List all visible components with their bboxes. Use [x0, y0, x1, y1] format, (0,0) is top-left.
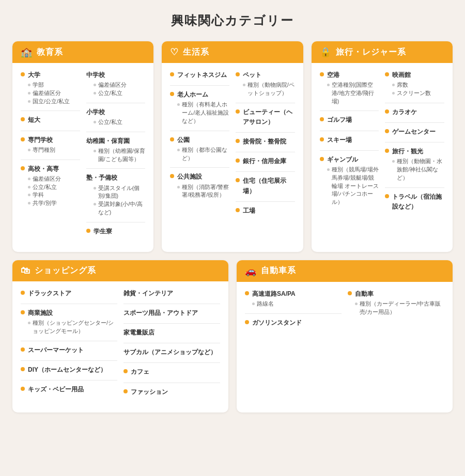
item-group: スキー場 — [320, 135, 379, 145]
item-main: 映画館 — [385, 70, 444, 80]
bullet-dot — [385, 109, 389, 114]
bullet-dot — [86, 229, 90, 233]
bullet-dot — [348, 291, 352, 295]
item-group: カフェ — [123, 367, 220, 377]
bullet-dot — [236, 72, 240, 76]
item-main: サブカル（アニメショップなど） — [123, 347, 220, 357]
item-group: 工場 — [236, 206, 295, 216]
bullet-dot — [320, 137, 324, 141]
item-group: ギャンブル 種別（競馬場/場外馬券場/競艇場/競輪場 オートレース場/パチンコホ… — [320, 155, 379, 207]
sub-item: 専門種別 — [21, 146, 80, 154]
life-body: フィットネスジム 老人ホーム 種別（有料老人ホーム/老人福祉施設など） 公園 種… — [162, 63, 303, 231]
sub-item: 種別（有料老人ホーム/老人福祉施設など） — [170, 101, 229, 125]
sub-dot — [243, 84, 245, 86]
bullet-dot — [21, 387, 25, 391]
item-main: 短大 — [21, 115, 80, 125]
bullet-dot — [21, 347, 25, 352]
bullet-dot — [21, 72, 25, 76]
sub-dot — [28, 84, 30, 86]
item-group: 大学 学部 偏差値区分 国立/公立/私立 — [21, 70, 80, 105]
item-group: スーパーマーケット — [21, 345, 117, 355]
item-main: 中学校 — [86, 70, 146, 80]
item-main: 家電量販店 — [123, 328, 220, 338]
bullet-dot — [385, 129, 389, 133]
sub-item: 種別（ショッピングセンター/ショッピングモール） — [21, 319, 117, 336]
card-education-header: 🏫 教育系 — [12, 41, 153, 63]
item-group: トラベル（宿泊施設など） — [385, 192, 444, 212]
sub-dot — [177, 149, 180, 151]
sub-dot — [94, 84, 96, 86]
sub-dot — [28, 322, 30, 324]
item-group: 旅行・観光 種別（動物園・水族館/神社仏閣など） — [385, 147, 444, 182]
item-main: 自動車 — [348, 289, 444, 299]
life-col1: フィットネスジム 老人ホーム 種別（有料老人ホーム/老人福祉施設など） 公園 種… — [170, 70, 229, 224]
life-icon: ♡ — [170, 46, 179, 58]
card-life: ♡ 生活系 フィットネスジム 老人ホーム 種別（有料老人ホーム/老人福祉施設など… — [162, 41, 303, 252]
bullet-dot — [21, 137, 25, 141]
sub-item: 受講対象(小/中/高など) — [86, 200, 146, 217]
item-group: 専門学校 専門種別 — [21, 135, 80, 154]
sub-item: 学科 — [21, 191, 80, 199]
sub-dot — [355, 303, 358, 305]
card-life-header: ♡ 生活系 — [162, 41, 303, 63]
item-main: 空港 — [320, 70, 379, 80]
bullet-dot — [236, 208, 240, 212]
sub-item: 種別（動物病院/ペットショップ） — [236, 81, 295, 98]
item-main: カラオケ — [385, 107, 444, 117]
sub-dot — [28, 202, 30, 204]
sub-item: 公立/私立 — [21, 183, 80, 192]
item-main: 住宅（住宅展示場） — [236, 176, 295, 196]
bullet-dot — [320, 157, 324, 161]
item-group: 映画館 席数 スクリーン数 — [385, 70, 444, 98]
top-grid: 🏫 教育系 大学 学部 偏差値区分 国立/公立/私立 短大 専門学校 専門種別 — [12, 41, 453, 252]
life-col2: ペット 種別（動物病院/ペットショップ） ビューティー（ヘアサロン） 接骨院・整… — [236, 70, 295, 224]
sub-item: 種別（消防署/警察署/税務署/役所） — [170, 183, 229, 200]
item-main: 公園 — [170, 135, 229, 145]
bullet-dot — [320, 117, 324, 121]
item-main: 旅行・観光 — [385, 147, 444, 156]
sub-item: 公立/私立 — [86, 118, 146, 126]
bullet-dot — [21, 310, 25, 314]
bullet-dot — [21, 291, 25, 295]
shopping-col1: ドラックストア 商業施設 種別（ショッピングセンター/ショッピングモール） スー… — [21, 289, 117, 405]
sub-dot — [28, 186, 30, 188]
item-main: スポーツ用品・アウトドア — [123, 308, 220, 318]
item-main: 学生寮 — [86, 227, 146, 236]
item-main: 高校・高専 — [21, 164, 80, 174]
item-main: 接骨院・整骨院 — [236, 137, 295, 147]
sub-item: スクリーン数 — [385, 89, 444, 98]
bullet-dot — [21, 166, 25, 170]
sub-item: 公立/私立 — [86, 89, 146, 98]
travel-title: 旅行・レジャー系 — [336, 47, 406, 58]
bullet-dot — [170, 92, 174, 96]
item-group: 自動車 種別（カーディーラー/中古車販売/カー用品） — [348, 289, 444, 316]
sub-item: 種別（幼稚園/保育園/こども園等） — [86, 147, 146, 164]
auto-icon: 🚗 — [245, 265, 257, 277]
sub-item: 偏差値区分 — [21, 89, 80, 98]
item-group: 家電量販店 — [123, 328, 220, 338]
item-group: ガソリンスタンド — [245, 318, 342, 328]
card-travel: 🔒 旅行・レジャー系 空港 空港種別(国際空港/地方空港/飛行場) ゴルフ場 ス… — [312, 41, 453, 252]
shopping-title: ショッピング系 — [35, 265, 96, 276]
item-group: 高校・高専 偏差値区分 公立/私立 学科 共学/別学 — [21, 164, 80, 208]
item-group: ペット 種別（動物病院/ペットショップ） — [236, 70, 295, 98]
item-main: 銀行・信用金庫 — [236, 156, 295, 166]
shopping-icon: 🛍 — [21, 265, 30, 276]
education-body: 大学 学部 偏差値区分 国立/公立/私立 短大 専門学校 専門種別 高校・高専 — [12, 63, 153, 252]
item-main: ゲームセンター — [385, 127, 444, 137]
sub-dot — [28, 149, 30, 151]
education-col2: 中学校 偏差値区分 公立/私立 小学校 公立/私立 幼稚園・保育園 種別（幼稚園… — [86, 70, 146, 245]
bullet-dot — [236, 158, 240, 163]
item-main: 商業施設 — [21, 308, 117, 318]
bullet-dot — [385, 149, 389, 153]
sub-dot — [28, 194, 30, 196]
card-education: 🏫 教育系 大学 学部 偏差値区分 国立/公立/私立 短大 専門学校 専門種別 — [12, 41, 153, 252]
sub-item: 学部 — [21, 81, 80, 89]
item-group: ファッション — [123, 387, 220, 397]
bullet-dot — [245, 320, 249, 324]
sub-dot — [28, 178, 30, 180]
bullet-dot — [236, 178, 240, 182]
bullet-dot — [236, 109, 240, 114]
sub-item: 偏差値区分 — [86, 81, 146, 89]
sub-item: 共学/別学 — [21, 199, 80, 208]
